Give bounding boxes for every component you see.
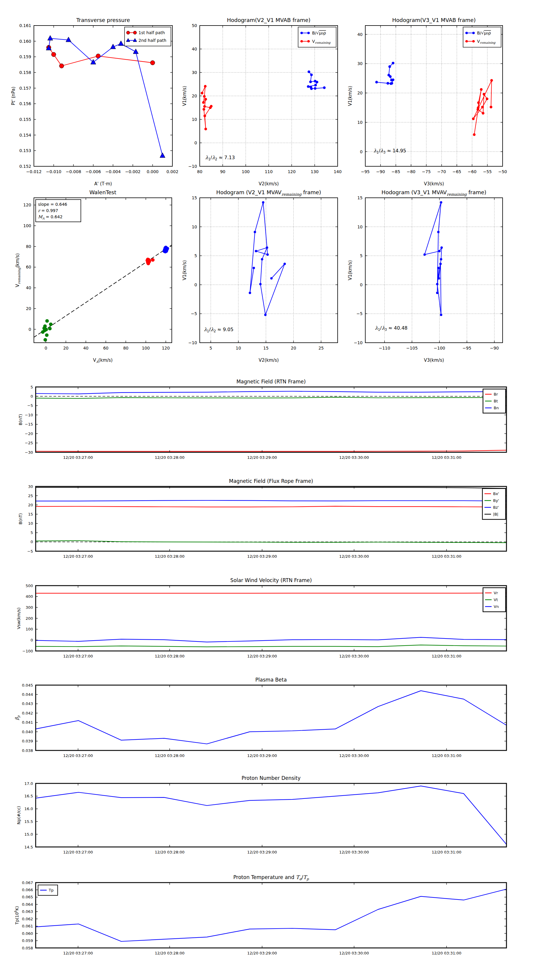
- chart-hodogram-v3v1-mvav: −110−105−100−95−90−10−5051015Hodogram (V…: [347, 189, 503, 363]
- svg-text:20: 20: [192, 94, 197, 98]
- svg-text:Bx': Bx': [493, 492, 499, 496]
- chart-canvas: −0.012−0.010−0.008−0.006−0.004−0.0020.00…: [0, 0, 535, 980]
- svg-text:0.045: 0.045: [22, 683, 33, 687]
- svg-text:βp: βp: [14, 715, 21, 720]
- series-Br: [36, 450, 506, 452]
- svg-text:0.157: 0.157: [19, 86, 31, 91]
- svg-text:2nd half path: 2nd half path: [139, 38, 166, 43]
- svg-text:V1(km/s): V1(km/s): [347, 260, 353, 280]
- chart-solar-wind-velocity: 12/20 03:27:0012/20 03:28:0012/20 03:29:…: [16, 577, 506, 659]
- legend: BrBtBn: [483, 389, 506, 413]
- svg-text:20: 20: [357, 91, 363, 95]
- svg-text:Plasma Beta: Plasma Beta: [255, 677, 287, 683]
- svg-text:300: 300: [26, 605, 33, 610]
- svg-text:12/20 03:30:00: 12/20 03:30:00: [339, 850, 369, 854]
- svg-text:0: 0: [30, 394, 33, 399]
- svg-text:−95: −95: [463, 346, 471, 350]
- svg-text:|B|: |B|: [493, 512, 498, 516]
- svg-text:12/20 03:29:00: 12/20 03:29:00: [247, 753, 277, 758]
- svg-text:V1(km/s): V1(km/s): [182, 260, 187, 280]
- svg-text:15.5: 15.5: [24, 819, 33, 824]
- svg-text:0.066: 0.066: [22, 888, 33, 892]
- svg-text:20: 20: [291, 346, 296, 350]
- svg-text:12/20 03:28:00: 12/20 03:28:00: [155, 554, 185, 558]
- svg-text:−70: −70: [437, 169, 446, 174]
- series-Bz': [36, 500, 506, 501]
- svg-text:Vremaining(km/s): Vremaining(km/s): [15, 253, 21, 287]
- svg-text:0.158: 0.158: [19, 70, 31, 75]
- svg-text:−0.002: −0.002: [125, 169, 141, 174]
- svg-text:λ1/λ3 ≈ 14.95: λ1/λ3 ≈ 14.95: [374, 148, 406, 154]
- svg-text:100: 100: [242, 169, 250, 174]
- chart-proton-temperature: 12/20 03:27:0012/20 03:28:0012/20 03:29:…: [14, 874, 506, 955]
- svg-text:12/20 03:28:00: 12/20 03:28:00: [155, 850, 185, 854]
- svg-text:12/20 03:30:00: 12/20 03:30:00: [339, 753, 369, 758]
- svg-text:V1(km/s): V1(km/s): [182, 86, 187, 106]
- svg-text:−15: −15: [25, 422, 33, 426]
- svg-text:12/20 03:27:00: 12/20 03:27:00: [63, 951, 93, 955]
- svg-text:0.038: 0.038: [22, 748, 33, 753]
- svg-text:5: 5: [209, 346, 212, 350]
- svg-text:12/20 03:27:00: 12/20 03:27:00: [63, 554, 93, 558]
- svg-text:20: 20: [28, 503, 33, 507]
- chart-plasma-beta: 12/20 03:27:0012/20 03:28:0012/20 03:29:…: [14, 677, 506, 758]
- svg-text:Np(#/cc): Np(#/cc): [16, 806, 21, 824]
- svg-text:−0.006: −0.006: [86, 169, 101, 174]
- svg-text:−5: −5: [27, 403, 33, 408]
- svg-text:10: 10: [192, 224, 197, 229]
- series-fit line: [34, 245, 172, 337]
- svg-text:12/20 03:31:00: 12/20 03:31:00: [431, 554, 461, 558]
- svg-text:Bn: Bn: [494, 406, 499, 410]
- chart-walen-test: 020406080100120020406080100120WalenTestV…: [15, 189, 172, 364]
- chart-mag-flux-rope: 12/20 03:27:0012/20 03:28:0012/20 03:29:…: [18, 478, 506, 558]
- svg-text:0: 0: [360, 150, 363, 154]
- svg-text:VA(km/s): VA(km/s): [93, 358, 113, 364]
- svg-text:B(nT): B(nT): [18, 513, 23, 525]
- svg-text:110: 110: [265, 169, 273, 174]
- svg-text:Bt: Bt: [494, 399, 498, 403]
- svg-text:Proton Number Density: Proton Number Density: [242, 775, 301, 781]
- svg-text:0.154: 0.154: [19, 133, 31, 137]
- svg-text:−60: −60: [468, 169, 477, 174]
- svg-text:0.002: 0.002: [166, 169, 178, 174]
- svg-text:60: 60: [103, 346, 109, 350]
- svg-text:Vr: Vr: [494, 591, 498, 595]
- svg-text:12/20 03:29:00: 12/20 03:29:00: [247, 654, 277, 659]
- svg-text:−5: −5: [191, 311, 197, 316]
- svg-text:−0.010: −0.010: [46, 169, 62, 174]
- svg-text:12/20 03:28:00: 12/20 03:28:00: [155, 654, 185, 659]
- svg-text:Vsw(km/s): Vsw(km/s): [16, 607, 21, 629]
- svg-text:12/20 03:29:00: 12/20 03:29:00: [247, 554, 277, 558]
- svg-text:30: 30: [192, 70, 197, 75]
- svg-text:30: 30: [357, 61, 363, 66]
- svg-text:−10: −10: [354, 340, 363, 345]
- svg-text:0: 0: [360, 282, 363, 287]
- svg-text:V2(km/s): V2(km/s): [259, 181, 279, 186]
- svg-text:Pt' (nPa): Pt' (nPa): [11, 87, 16, 105]
- svg-text:5: 5: [194, 253, 197, 258]
- svg-text:−100: −100: [434, 346, 445, 350]
- svg-text:10: 10: [236, 346, 241, 350]
- svg-text:5: 5: [30, 385, 33, 389]
- chart-hodogram-v2v1-mvab: 8090100110120130140−1001020304050Hodogra…: [182, 17, 342, 186]
- svg-text:12/20 03:31:00: 12/20 03:31:00: [431, 654, 461, 659]
- svg-text:12/20 03:31:00: 12/20 03:31:00: [431, 850, 461, 854]
- svg-text:Magnetic Field (RTN Frame): Magnetic Field (RTN Frame): [236, 379, 305, 385]
- svg-text:12/20 03:30:00: 12/20 03:30:00: [339, 554, 369, 558]
- svg-text:−0.012: −0.012: [26, 169, 42, 174]
- svg-text:12/20 03:30:00: 12/20 03:30:00: [339, 455, 369, 460]
- series-beta_p: [36, 691, 506, 744]
- legend: VrVtVn: [483, 588, 506, 612]
- svg-text:0.160: 0.160: [19, 39, 31, 44]
- svg-text:0.040: 0.040: [22, 730, 33, 734]
- svg-text:−65: −65: [452, 169, 461, 174]
- svg-text:V3(km/s): V3(km/s): [424, 358, 444, 363]
- svg-text:Tp: Tp: [48, 888, 53, 892]
- svg-text:12/20 03:30:00: 12/20 03:30:00: [339, 654, 369, 659]
- svg-text:WalenTest: WalenTest: [89, 189, 117, 196]
- svg-text:Vt: Vt: [494, 598, 498, 602]
- svg-text:0: 0: [30, 638, 33, 642]
- svg-text:0.063: 0.063: [22, 909, 33, 914]
- series-2nd half path: [49, 38, 163, 156]
- svg-text:r = 0.997: r = 0.997: [38, 208, 58, 213]
